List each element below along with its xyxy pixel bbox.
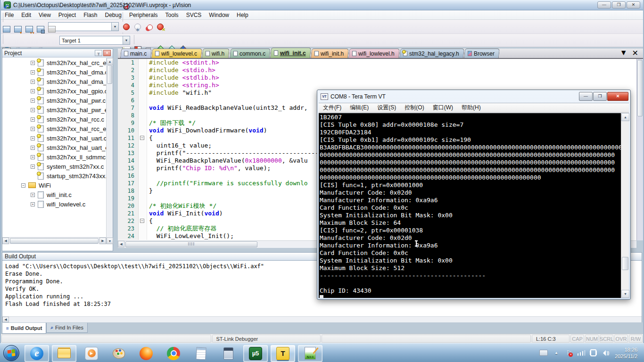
stop-build-icon[interactable] bbox=[47, 24, 57, 34]
taskbar-app-notepadpp[interactable] bbox=[298, 345, 322, 362]
scroll-down-icon[interactable]: ▼ bbox=[621, 290, 629, 298]
expand-icon[interactable]: + bbox=[31, 89, 35, 93]
undo-icon[interactable] bbox=[1, 2, 12, 13]
project-tree-horizontal-scrollbar[interactable]: ◀ ▶ bbox=[2, 237, 106, 244]
tree-item[interactable]: +stm32h7xx_hal_rcc_ex bbox=[2, 124, 106, 133]
scroll-left-icon[interactable]: ◀ bbox=[2, 317, 9, 322]
restore-button[interactable]: ❐ bbox=[612, 1, 626, 8]
menu-svcs[interactable]: SVCS bbox=[182, 11, 206, 19]
expand-icon[interactable]: + bbox=[31, 127, 35, 131]
fold-collapse-icon[interactable]: − bbox=[140, 136, 144, 140]
debug-query-icon[interactable] bbox=[121, 2, 132, 12]
expand-icon[interactable]: + bbox=[31, 70, 35, 74]
tab-stm32_hal_legacy-h[interactable]: stm32_hal_legacy.h bbox=[399, 49, 464, 58]
scroll-down-icon[interactable]: ▼ bbox=[107, 238, 113, 244]
teraterm-menu-item[interactable]: 文件(F) bbox=[319, 103, 346, 113]
menu-window[interactable]: Window bbox=[205, 11, 233, 19]
tree-item[interactable]: +stm32h7xx_hal_crc_ex bbox=[2, 58, 106, 67]
chevron-down-icon[interactable]: ▼ bbox=[111, 23, 118, 31]
expand-icon[interactable]: + bbox=[31, 155, 35, 159]
tree-item[interactable]: +stm32h7xx_hal_dma.c bbox=[2, 67, 106, 77]
chevron-down-icon[interactable]: ▼ bbox=[123, 36, 130, 44]
teraterm-menu-item[interactable]: 编辑(E) bbox=[346, 103, 373, 113]
tree-item[interactable]: +stm32h7xx_hal_gpio.c bbox=[2, 86, 106, 96]
scrollbar-thumb[interactable] bbox=[107, 65, 112, 84]
search-combobox[interactable]: ▼ bbox=[48, 22, 119, 31]
teraterm-menu-item[interactable]: 设置(S) bbox=[373, 103, 400, 113]
scrollbar-thumb[interactable] bbox=[622, 257, 628, 270]
close-button[interactable]: ✕ bbox=[627, 1, 640, 8]
taskbar-app-teraterm[interactable]: T bbox=[271, 345, 295, 362]
batch-setup-icon[interactable] bbox=[35, 24, 46, 34]
scroll-up-icon[interactable]: ▲ bbox=[621, 113, 629, 121]
fold-collapse-icon[interactable]: − bbox=[140, 219, 144, 223]
redo-icon[interactable] bbox=[13, 2, 23, 13]
teraterm-menu-item[interactable]: 窗口(W) bbox=[429, 103, 457, 113]
tab-wifi_init-h[interactable]: wifi_init.h bbox=[311, 49, 349, 58]
menu-help[interactable]: Help bbox=[233, 11, 252, 19]
minimize-button[interactable]: — bbox=[579, 92, 593, 101]
restore-button[interactable]: ❐ bbox=[593, 92, 607, 101]
tab-find-in-files[interactable]: ⌕Find In Files bbox=[46, 323, 88, 333]
tab-wifi-h[interactable]: wifi.h bbox=[202, 49, 230, 58]
tree-item[interactable]: +stm32h7xx_hal_pwr_e bbox=[2, 105, 106, 115]
taskbar-app-notepad[interactable] bbox=[189, 345, 213, 362]
tab-main-c[interactable]: main.c bbox=[120, 49, 152, 58]
power-icon[interactable] bbox=[589, 349, 598, 357]
close-tab-icon[interactable]: ✕ bbox=[632, 49, 638, 58]
tree-item[interactable]: −WiFi bbox=[2, 181, 106, 190]
scrollbar-thumb[interactable]: ⦀⦀⦀ bbox=[125, 241, 257, 247]
expand-icon[interactable]: + bbox=[31, 165, 35, 169]
scroll-left-icon[interactable]: ◀ bbox=[2, 238, 9, 244]
collapse-icon[interactable]: − bbox=[21, 183, 25, 188]
tab-common-c[interactable]: common.c bbox=[230, 49, 271, 58]
build-icon[interactable] bbox=[13, 24, 23, 34]
tree-item[interactable]: +stm32h7xx_hal_uart_e bbox=[2, 143, 106, 152]
menu-flash[interactable]: Flash bbox=[80, 11, 101, 19]
scroll-up-icon[interactable]: ▲ bbox=[107, 58, 113, 65]
expand-icon[interactable]: + bbox=[31, 61, 35, 65]
tab-wifi_lowlevel-c[interactable]: wifi_lowlevel.c bbox=[151, 49, 202, 58]
taskbar-app-ie[interactable]: e bbox=[25, 345, 49, 362]
tree-item[interactable]: +wifi_lowlevel.c bbox=[2, 199, 106, 209]
tree-item[interactable]: +stm32h7xx_ll_sdmmc. bbox=[2, 152, 106, 162]
hidden-icons-icon[interactable] bbox=[552, 349, 561, 357]
scrollbar-thumb[interactable] bbox=[10, 238, 99, 244]
expand-icon[interactable]: + bbox=[31, 80, 35, 84]
close-icon[interactable]: ✕ bbox=[103, 50, 111, 56]
start-button[interactable] bbox=[0, 344, 23, 362]
expand-icon[interactable]: + bbox=[31, 117, 35, 122]
tree-item[interactable]: +wifi_init.c bbox=[2, 190, 106, 199]
terminal-screen[interactable]: 1B2607[CIS Tuple 0x80] addr=0x0000108e s… bbox=[319, 113, 621, 298]
menu-project[interactable]: Project bbox=[55, 11, 80, 19]
expand-icon[interactable]: + bbox=[31, 136, 35, 140]
close-button[interactable]: ✕ bbox=[607, 92, 628, 101]
scroll-left-icon[interactable]: ◀ bbox=[118, 241, 124, 247]
expand-icon[interactable]: + bbox=[31, 108, 35, 112]
keyboard-icon[interactable] bbox=[539, 349, 548, 357]
tree-item[interactable]: +system_stm32h7xx.c bbox=[2, 162, 106, 171]
expand-icon[interactable]: + bbox=[31, 202, 35, 206]
build-output-scrollbar[interactable]: ◀ bbox=[2, 316, 642, 322]
tree-item[interactable]: +stm32h7xx_hal_rcc.c bbox=[2, 115, 106, 124]
taskbar-app-chrome[interactable] bbox=[161, 345, 186, 362]
teraterm-menu-item[interactable]: 帮助(H) bbox=[457, 103, 485, 113]
chevron-down-icon[interactable]: ▼ bbox=[620, 49, 627, 57]
uvision-titlebar[interactable]: µ C:\Users\Octopus\Desktop\test\h7wifi_2… bbox=[1, 0, 643, 10]
tab-build-output[interactable]: ≡Build Output bbox=[2, 323, 46, 334]
teraterm-titlebar[interactable]: VT COM8 - Tera Term VT — ❐ ✕ bbox=[317, 90, 630, 103]
volume-icon[interactable] bbox=[602, 349, 611, 357]
taskbar-clock[interactable]: 18:26 2025/11/2 bbox=[615, 346, 640, 360]
target-select-value[interactable]: Target 1 bbox=[60, 38, 123, 43]
tree-item[interactable]: +stm32h7xx_hal_dma_e bbox=[2, 77, 106, 86]
taskbar-app-calculator[interactable] bbox=[216, 345, 240, 362]
teraterm-menu-item[interactable]: 控制(O) bbox=[400, 103, 428, 113]
tree-item[interactable]: +stm32h7xx_hal_pwr.c bbox=[2, 96, 106, 105]
action-center-icon[interactable] bbox=[565, 349, 573, 357]
taskbar-app-explorer[interactable] bbox=[52, 345, 76, 362]
translate-icon[interactable] bbox=[1, 24, 12, 34]
target-select[interactable]: Target 1 ▼ bbox=[59, 36, 130, 45]
options-wand-icon[interactable] bbox=[132, 25, 143, 35]
tree-item[interactable]: startup_stm32h743xx.s bbox=[2, 171, 106, 181]
expand-icon[interactable]: + bbox=[31, 193, 35, 197]
